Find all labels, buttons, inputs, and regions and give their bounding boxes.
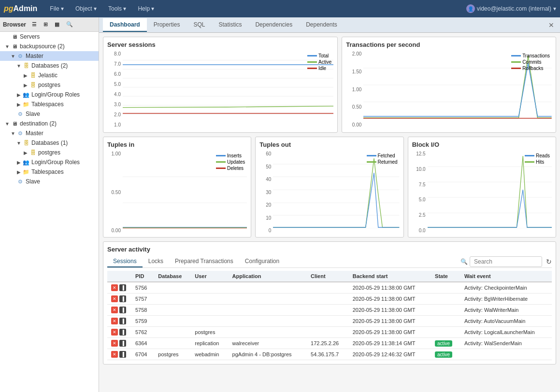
legend-color-active bbox=[307, 61, 317, 63]
legend-total: Total bbox=[307, 53, 331, 58]
cell-user: replication bbox=[191, 338, 228, 349]
menu-help[interactable]: Help ▾ bbox=[133, 3, 159, 14]
toggle-postgres1: ▶ bbox=[22, 83, 29, 88]
legend-label-idle: Idle bbox=[318, 66, 326, 71]
activity-tab-prepared[interactable]: Prepared Transactions bbox=[169, 256, 239, 267]
tree-item-tablespaces1[interactable]: ▶ 📁 Tablespaces bbox=[0, 99, 99, 109]
tree-item-backupsource[interactable]: ▼ 🖥 backupsource (2) bbox=[0, 42, 99, 51]
tab-sql[interactable]: SQL bbox=[187, 18, 212, 32]
tree-label-master1: Master bbox=[26, 53, 43, 59]
tree-item-postgres2[interactable]: ▶ 🗄 postgres bbox=[0, 148, 99, 157]
menu-file[interactable]: File ▾ bbox=[45, 3, 69, 14]
cell-state: active bbox=[431, 338, 460, 349]
tree-item-destination[interactable]: ▼ 🖥 destination (2) bbox=[0, 119, 99, 128]
tab-dependencies[interactable]: Dependencies bbox=[248, 18, 299, 32]
legend-returned: Returned bbox=[367, 159, 398, 165]
cell-user bbox=[191, 305, 228, 316]
dashboard: Server sessions 8.0 7.0 6.0 5.0 4.0 3.0 … bbox=[99, 33, 560, 392]
tree-item-databases1[interactable]: ▼ 🗄 Databases (2) bbox=[0, 61, 99, 70]
cell-state bbox=[431, 305, 460, 316]
tree-item-slave1[interactable]: ⚙ Slave bbox=[0, 109, 99, 119]
y-label: 12.5 bbox=[412, 151, 426, 156]
y-label: 1.0 bbox=[107, 122, 121, 127]
detail-btn[interactable]: ▐ bbox=[119, 284, 126, 291]
y-label: 0.0 bbox=[412, 228, 426, 233]
tree-item-master1[interactable]: ▼ ⚙ Master bbox=[0, 51, 99, 61]
legend-color-updates bbox=[216, 161, 226, 163]
server-sessions-title: Server sessions bbox=[107, 41, 333, 48]
close-tab-btn[interactable]: ✕ bbox=[546, 19, 556, 31]
col-application: Application bbox=[229, 271, 307, 282]
table-row: ✕ ▐ 5756 2020-05-29 11:38:00 GMT Activit… bbox=[107, 282, 552, 294]
y-label: 4.0 bbox=[107, 92, 121, 97]
legend-color-commits bbox=[511, 61, 521, 63]
toggle-databases2: ▼ bbox=[15, 140, 22, 146]
terminate-btn[interactable]: ✕ bbox=[111, 318, 118, 324]
activity-tab-locks[interactable]: Locks bbox=[143, 256, 169, 267]
detail-btn[interactable]: ▐ bbox=[119, 318, 126, 324]
user-menu[interactable]: 👤 video@jelastic.com (internal) ▾ bbox=[466, 4, 556, 13]
tree-item-master2[interactable]: ▼ ⚙ Master bbox=[0, 128, 99, 138]
tree-item-tablespaces2[interactable]: ▶ 📁 Tablespaces bbox=[0, 167, 99, 177]
legend-label-updates: Updates bbox=[227, 159, 245, 165]
tree-label-tablespaces1: Tablespaces bbox=[31, 101, 64, 108]
activity-tab-config[interactable]: Configuration bbox=[239, 256, 285, 267]
terminate-btn[interactable]: ✕ bbox=[111, 307, 118, 313]
tree-item-databases2[interactable]: ▼ 🗄 Databases (1) bbox=[0, 138, 99, 148]
toggle-destination: ▼ bbox=[4, 121, 11, 126]
cell-pid: 5759 bbox=[131, 316, 154, 327]
toolbar-btn-1[interactable]: ☰ bbox=[29, 19, 40, 29]
detail-btn[interactable]: ▐ bbox=[119, 351, 126, 358]
activity-tab-sessions[interactable]: Sessions bbox=[107, 256, 143, 267]
search-btn[interactable]: 🔍 bbox=[63, 19, 76, 29]
tree-item-postgres1[interactable]: ▶ 🗄 postgres bbox=[0, 80, 99, 90]
ts-icon-2: 📁 bbox=[22, 168, 30, 176]
tree-item-jelastic[interactable]: ▶ 🗄 Jelastic bbox=[0, 70, 99, 80]
cell-application: pgAdmin 4 - DB:postgres bbox=[229, 349, 307, 360]
terminate-btn[interactable]: ✕ bbox=[111, 295, 118, 302]
toggle-backupsource: ▼ bbox=[4, 44, 11, 49]
legend-idle: Idle bbox=[307, 66, 331, 71]
server-sessions-panel: Server sessions 8.0 7.0 6.0 5.0 4.0 3.0 … bbox=[103, 37, 338, 133]
detail-btn[interactable]: ▐ bbox=[119, 307, 126, 313]
legend-color-trans bbox=[511, 55, 521, 56]
tab-dependents[interactable]: Dependents bbox=[299, 18, 344, 32]
detail-btn[interactable]: ▐ bbox=[119, 295, 126, 302]
tree-item-loginroles2[interactable]: ▶ 👥 Login/Group Roles bbox=[0, 157, 99, 167]
toolbar-btn-3[interactable]: ▦ bbox=[52, 19, 62, 29]
tree-item-servers[interactable]: 🖥 Servers bbox=[0, 32, 99, 42]
col-backend-start: Backend start bbox=[349, 271, 431, 282]
row-actions: ✕ ▐ bbox=[107, 316, 131, 327]
y-label: 20 bbox=[259, 202, 271, 208]
toolbar-btn-2[interactable]: ⊞ bbox=[41, 19, 51, 29]
slave-icon-2: ⚙ bbox=[16, 178, 24, 185]
terminate-btn[interactable]: ✕ bbox=[111, 351, 118, 358]
menu-tools[interactable]: Tools ▾ bbox=[103, 3, 131, 14]
y-label: 7.0 bbox=[107, 61, 121, 67]
tuples-out-legend: Fetched Returned bbox=[367, 153, 398, 165]
refresh-icon[interactable]: ↻ bbox=[546, 258, 552, 266]
tree-item-loginroles1[interactable]: ▶ 👥 Login/Group Roles bbox=[0, 90, 99, 99]
tab-properties[interactable]: Properties bbox=[147, 18, 187, 32]
legend-color-hits bbox=[525, 161, 534, 163]
cell-database bbox=[154, 305, 191, 316]
tab-dashboard[interactable]: Dashboard bbox=[103, 18, 147, 32]
detail-btn[interactable]: ▐ bbox=[119, 340, 126, 347]
cell-state bbox=[431, 282, 460, 294]
tab-statistics[interactable]: Statistics bbox=[212, 18, 248, 32]
tree-item-slave2[interactable]: ⚙ Slave bbox=[0, 177, 99, 186]
terminate-btn[interactable]: ✕ bbox=[111, 284, 118, 291]
y-label: 2.00 bbox=[346, 51, 361, 56]
transactions-panel: Transactions per second 2.00 1.50 1.00 0… bbox=[342, 37, 556, 133]
terminate-btn[interactable]: ✕ bbox=[111, 329, 118, 336]
detail-btn[interactable]: ▐ bbox=[119, 329, 126, 336]
transactions-chart: 2.00 1.50 1.00 0.50 0.00 Tran bbox=[346, 51, 552, 128]
app-logo: pgAdmin bbox=[4, 4, 37, 13]
terminate-btn[interactable]: ✕ bbox=[111, 340, 118, 347]
search-input[interactable] bbox=[470, 256, 542, 267]
toggle-jelastic: ▶ bbox=[22, 73, 29, 78]
menu-object[interactable]: Object ▾ bbox=[71, 3, 101, 14]
cell-backend-start: 2020-05-29 12:46:32 GMT bbox=[349, 349, 431, 360]
cell-client: 172.25.2.26 bbox=[307, 338, 349, 349]
legend-label-hits: Hits bbox=[536, 159, 544, 165]
